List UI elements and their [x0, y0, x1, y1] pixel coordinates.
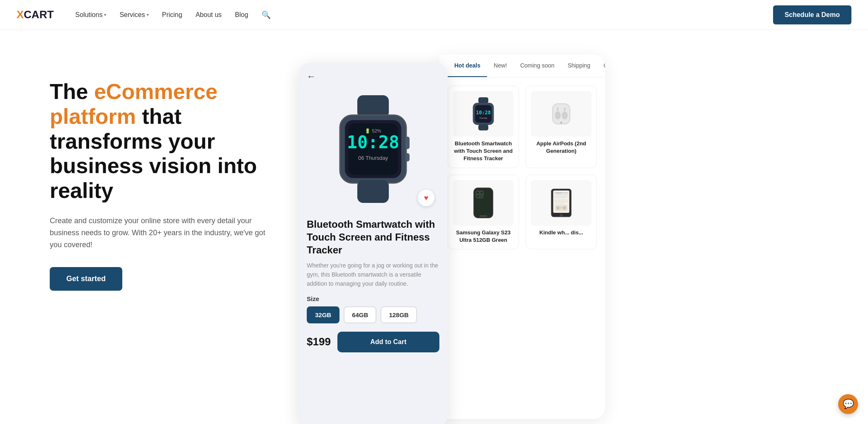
- side-product-name: Kindle wh... dis...: [531, 229, 592, 236]
- svg-point-23: [560, 122, 562, 123]
- product-description: Whether you're going for a jog or workin…: [307, 261, 439, 289]
- hero-right: ← 10:28 🔋 52% 06 Thurs: [298, 55, 835, 424]
- tab-contact[interactable]: Conta: [597, 55, 605, 77]
- product-price: $199: [307, 335, 331, 348]
- tab-new[interactable]: New!: [487, 55, 514, 77]
- side-products-grid: 10:28 Thursday Bluetooth Smartwatch with…: [439, 77, 605, 258]
- side-panel-tabs: Hot deals New! Coming soon Shipping Cont…: [439, 55, 605, 77]
- product-card: ← 10:28 🔋 52% 06 Thurs: [298, 63, 448, 424]
- size-32gb[interactable]: 32GB: [307, 306, 339, 323]
- svg-rect-15: [478, 124, 488, 130]
- logo[interactable]: XCART: [17, 8, 54, 21]
- side-product-name: Samsung Galaxy S23 Ultra 512GB Green: [453, 229, 514, 244]
- hero-heading: The eCommerceplatform thattransforms you…: [50, 80, 298, 203]
- svg-rect-40: [555, 203, 564, 204]
- chevron-down-icon: ▾: [147, 12, 149, 17]
- list-item[interactable]: Samsung Galaxy S23 Ultra 512GB Green: [448, 175, 519, 249]
- product-image-container: 10:28 🔋 52% 06 Thursday ♥: [307, 87, 439, 211]
- svg-text:CHAP: CHAP: [556, 191, 562, 194]
- svg-point-44: [560, 214, 563, 217]
- tab-hot-deals[interactable]: Hot deals: [448, 55, 487, 77]
- svg-rect-8: [405, 153, 410, 161]
- product-thumbnail: [531, 91, 592, 137]
- search-icon[interactable]: 🔍: [257, 7, 276, 23]
- product-thumbnail: [453, 180, 514, 226]
- chevron-down-icon: ▾: [104, 12, 106, 17]
- svg-rect-36: [555, 195, 568, 196]
- logo-cart: CART: [24, 8, 53, 21]
- svg-text:🔋 52%: 🔋 52%: [365, 128, 381, 134]
- product-thumbnail: CHAP 第一章: [531, 180, 592, 226]
- svg-rect-39: [555, 201, 568, 202]
- product-thumbnail: 10:28 Thursday: [453, 91, 514, 137]
- svg-rect-7: [405, 137, 410, 149]
- hero-section: The eCommerceplatform thattransforms you…: [0, 30, 868, 424]
- svg-text:10:28: 10:28: [347, 132, 399, 152]
- svg-text:第一章: 第一章: [556, 206, 566, 210]
- side-product-name: Apple AirPods (2nd Generation): [531, 140, 592, 155]
- samsung-icon: [469, 186, 498, 219]
- list-item[interactable]: Apple AirPods (2nd Generation): [526, 86, 597, 168]
- add-to-cart-button[interactable]: Add to Cart: [337, 332, 439, 352]
- size-128gb[interactable]: 128GB: [381, 306, 417, 323]
- product-footer: $199 Add to Cart: [307, 332, 439, 352]
- back-button[interactable]: ←: [307, 71, 439, 82]
- chat-button[interactable]: 💬: [838, 394, 858, 414]
- heart-button[interactable]: ♥: [418, 190, 434, 206]
- svg-rect-30: [475, 189, 492, 216]
- svg-rect-10: [478, 97, 488, 104]
- schedule-demo-button[interactable]: Schedule a Demo: [773, 5, 851, 24]
- nav-links: Solutions ▾ Services ▾ Pricing About us …: [70, 7, 773, 23]
- watch-image: 10:28 🔋 52% 06 Thursday: [327, 95, 419, 203]
- product-title: Bluetooth Smartwatch with Touch Screen a…: [307, 218, 439, 257]
- logo-x: X: [17, 8, 24, 21]
- side-panel: Hot deals New! Coming soon Shipping Cont…: [439, 55, 605, 419]
- size-64gb[interactable]: 64GB: [344, 306, 376, 323]
- svg-text:10:28: 10:28: [476, 110, 491, 116]
- hero-subtext: Create and customize your online store w…: [50, 215, 265, 251]
- kindle-icon: CHAP 第一章: [549, 186, 574, 219]
- svg-rect-31: [480, 215, 487, 216]
- watch-small-icon: 10:28 Thursday: [469, 97, 498, 130]
- nav-pricing[interactable]: Pricing: [157, 8, 187, 22]
- svg-text:Thursday: Thursday: [479, 117, 487, 119]
- list-item[interactable]: CHAP 第一章 Kindle wh... dis...: [526, 175, 597, 249]
- navbar: XCART Solutions ▾ Services ▾ Pricing Abo…: [0, 0, 868, 30]
- svg-rect-35: [555, 194, 568, 195]
- svg-rect-9: [357, 180, 389, 203]
- nav-about[interactable]: About us: [191, 8, 227, 22]
- nav-services[interactable]: Services ▾: [114, 8, 153, 22]
- svg-rect-37: [555, 197, 567, 198]
- airpods-icon: [547, 97, 576, 130]
- svg-text:06 Thursday: 06 Thursday: [358, 155, 388, 161]
- svg-rect-38: [555, 200, 568, 200]
- hero-left: The eCommerceplatform thattransforms you…: [50, 55, 298, 291]
- side-product-name: Bluetooth Smartwatch with Touch Screen a…: [453, 140, 514, 163]
- svg-rect-18: [556, 113, 559, 119]
- svg-rect-21: [563, 113, 566, 119]
- size-options: 32GB 64GB 128GB: [307, 306, 439, 323]
- hero-highlight: eCommerceplatform: [50, 80, 218, 128]
- size-label: Size: [307, 295, 439, 302]
- nav-solutions[interactable]: Solutions ▾: [70, 8, 112, 22]
- tab-shipping[interactable]: Shipping: [561, 55, 597, 77]
- nav-blog[interactable]: Blog: [230, 8, 253, 22]
- get-started-button[interactable]: Get started: [50, 267, 122, 291]
- list-item[interactable]: 10:28 Thursday Bluetooth Smartwatch with…: [448, 86, 519, 168]
- tab-coming-soon[interactable]: Coming soon: [514, 55, 561, 77]
